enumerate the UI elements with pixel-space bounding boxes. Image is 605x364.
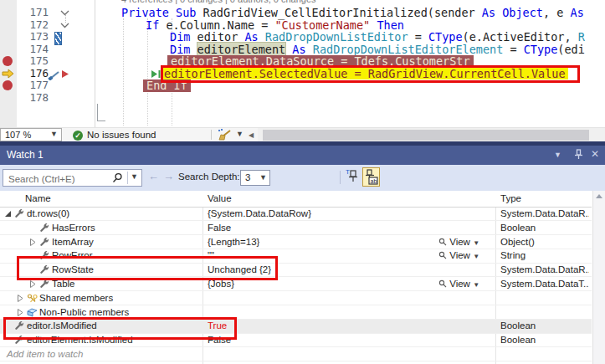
breakpoint-icon[interactable]	[3, 80, 14, 91]
line-number: 172	[17, 19, 49, 32]
zoom-level-combo[interactable]: 107 % ▼	[0, 128, 62, 141]
box-icon	[27, 308, 38, 317]
issues-status-label[interactable]: No issues found	[87, 130, 156, 140]
wrench-icon	[39, 265, 49, 275]
margin-divider	[95, 0, 95, 127]
watch-type: System.Data.DataR...	[500, 208, 589, 218]
watch-row[interactable]: ItemArray{Length=13} View ▼Object()	[0, 235, 592, 249]
chevron-down-icon: ▼	[259, 173, 267, 182]
search-input[interactable]	[7, 172, 115, 186]
wrench-icon	[14, 321, 24, 331]
code-line[interactable]: Private Sub RadGridView_CellEditorInitia…	[121, 7, 584, 19]
watch-row[interactable]: Non-Public members	[0, 305, 592, 320]
column-header-type[interactable]: Type	[500, 193, 521, 203]
watch-name: ItemArray	[52, 237, 94, 247]
horizontal-scrollbar-thumb[interactable]	[263, 130, 589, 141]
code-line[interactable]: editorElement.SelectedValue = RadGridVie…	[162, 68, 568, 80]
scroll-left-arrow-icon[interactable]: ◀	[249, 131, 254, 139]
watch-name: HasErrors	[52, 223, 95, 233]
view-link-label: View	[449, 279, 470, 289]
visual-studio-window: 4 references | 0 changes | 0 authors, 0 …	[0, 0, 605, 364]
code-line[interactable]: Dim editorElement As RadDropDownListEdit…	[170, 44, 585, 56]
show-pinned-properties-button-selected[interactable]: ab	[362, 167, 380, 187]
codelens-references[interactable]: 4 references | 0 changes | 0 authors, 0 …	[121, 0, 316, 4]
code-cleanup-broom-icon[interactable]	[218, 129, 233, 141]
scroll-up-arrow-icon[interactable]	[596, 194, 602, 198]
expander-collapsed-icon[interactable]	[29, 238, 37, 246]
column-header-value[interactable]: Value	[208, 193, 232, 203]
line-number: 177	[17, 79, 49, 92]
watch-row[interactable]: editorElement.IsModifiedFalseBoolean	[0, 334, 592, 348]
pin-to-source-button[interactable]: T	[344, 167, 361, 187]
view-link[interactable]: View ▼	[438, 279, 494, 289]
pin-icon[interactable]	[574, 149, 583, 160]
view-link[interactable]: View ▼	[438, 237, 494, 247]
breakpoint-icon[interactable]	[3, 56, 14, 67]
code-line[interactable]: If e.Column.Name = "CustomerName" Then	[146, 19, 404, 32]
watch-value: False	[208, 335, 231, 345]
collapse-chevron-icon[interactable]	[60, 23, 69, 28]
search-next-arrow-icon[interactable]: →	[163, 170, 174, 182]
close-icon[interactable]: ✕	[591, 148, 599, 160]
watch-row[interactable]: RowStateUnchanged {2}System.Data.DataR..…	[0, 264, 592, 278]
watch-row[interactable]: RowError"" View ▼String	[0, 249, 592, 264]
statusbar-divider	[211, 130, 212, 140]
window-options-chevron-icon[interactable]: ▼	[554, 151, 561, 159]
watch-type: Boolean	[500, 320, 536, 331]
watch-titlebar[interactable]: Watch 1 ▼ ✕	[0, 146, 605, 165]
horizontal-scrollbar[interactable]	[258, 128, 605, 142]
collapse-chevron-icon[interactable]	[60, 10, 69, 16]
svg-text:ab: ab	[371, 178, 377, 184]
expander-collapsed-icon[interactable]	[17, 309, 24, 316]
view-link[interactable]: View ▼	[438, 250, 494, 260]
watch-value: {Jobs}	[208, 279, 234, 289]
editor-status-bar: 107 % ▼ ✓ No issues found ▼ ◀	[0, 127, 605, 142]
grid-header: Name Value Type	[0, 191, 592, 208]
code-editor[interactable]: 4 references | 0 changes | 0 authors, 0 …	[0, 0, 605, 127]
watch-value: False	[208, 223, 231, 233]
watch-toolbar: ▼ ← → Search Depth: 3 ▼ T ab	[0, 165, 605, 191]
wrench-icon	[14, 336, 24, 346]
search-prev-arrow-icon[interactable]: ←	[148, 170, 159, 182]
watch-name: RowState	[52, 264, 94, 274]
watch-name: dt.rows(0)	[27, 208, 69, 218]
changed-lines-indicator-icon	[54, 32, 62, 45]
chevron-down-icon: ▼	[473, 239, 479, 247]
vertical-scrollbar[interactable]	[592, 191, 605, 364]
wrench-icon	[39, 238, 49, 248]
watch-row[interactable]: HasErrorsFalseBoolean	[0, 221, 592, 235]
watch-window-title: Watch 1	[7, 149, 44, 161]
no-issues-check-icon: ✓	[73, 131, 83, 141]
chevron-down-icon: ▼	[473, 253, 479, 260]
watch-name: Shared members	[39, 293, 113, 303]
wrench-icon	[14, 209, 24, 219]
run-to-cursor-icon[interactable]	[151, 69, 162, 79]
chevron-down-icon[interactable]: ▼	[131, 172, 138, 181]
watch-type: Boolean	[500, 223, 536, 233]
current-statement-arrow-icon[interactable]	[2, 69, 13, 79]
watch-row[interactable]: dt.rows(0){System.Data.DataRow}System.Da…	[0, 208, 592, 222]
code-line[interactable]: Dim editor As RadDropDownListEditor = CT…	[170, 31, 585, 44]
code-line[interactable]: End If	[143, 79, 191, 92]
view-link-label: View	[449, 237, 470, 247]
search-depth-combo[interactable]: 3 ▼	[240, 170, 270, 186]
add-item-row[interactable]: Add item to watch	[0, 348, 592, 362]
watch-row[interactable]: Shared members	[0, 291, 592, 305]
watch-value: Unchanged {2}	[208, 264, 271, 274]
watch-search-box[interactable]: ▼	[3, 169, 142, 187]
watch-row[interactable]: Table{Jobs} View ▼System.Data.DataT...	[0, 278, 592, 292]
code-line[interactable]: editorElement.DataSource = Tdefs.Custome…	[167, 55, 474, 68]
expander-collapsed-icon[interactable]	[29, 280, 37, 288]
outline-bracket-icon	[97, 104, 105, 121]
expander-collapsed-icon[interactable]	[17, 295, 24, 302]
watch-value: True	[208, 320, 227, 331]
search-icon	[112, 172, 123, 183]
column-header-name[interactable]: Name	[25, 193, 51, 203]
line-number: 175	[17, 55, 49, 68]
view-link-label: View	[449, 250, 470, 260]
debugger-tools-icon	[48, 69, 71, 80]
watch-row[interactable]: editor.IsModifiedTrueBoolean	[0, 320, 592, 334]
chevron-down-icon[interactable]: ▼	[236, 130, 244, 138]
watch-name: Non-Public members	[39, 307, 129, 317]
expander-expanded-icon[interactable]	[4, 210, 12, 218]
